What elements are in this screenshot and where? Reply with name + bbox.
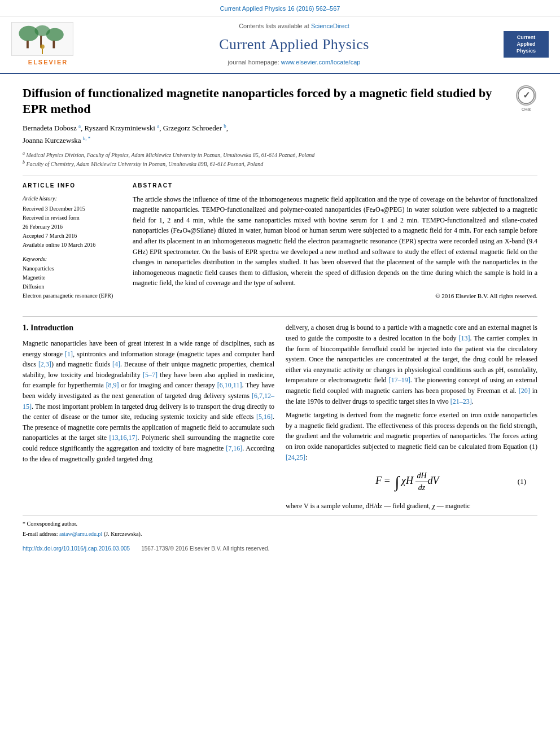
available-date: Available online 10 March 2016 <box>23 241 121 250</box>
ref-2-3[interactable]: [2,3] <box>38 360 51 368</box>
journal-logo-left: ELSEVIER <box>11 22 85 67</box>
intro-paragraph-3: Magnetic targeting is derived from the m… <box>286 410 537 462</box>
abstract-text: The article shows the influence of time … <box>133 194 537 289</box>
ref-8-9[interactable]: [8,9] <box>106 381 119 389</box>
journal-title: Current Applied Physics <box>90 34 498 55</box>
email-label: E-mail address: <box>23 531 58 537</box>
crossmark-icon: ✓ <box>516 85 536 106</box>
elsevier-label: ELSEVIER <box>11 58 85 67</box>
ref-4[interactable]: [4] <box>112 360 120 368</box>
history-title: Article history: <box>23 194 121 203</box>
main-body: 1. Introduction Magnetic nanoparticles h… <box>0 322 560 515</box>
logo-right-line2: Applied <box>507 41 545 48</box>
divider-1 <box>23 176 537 176</box>
ref-6-10-11[interactable]: [6,10,11] <box>217 381 242 389</box>
received-date: Received 3 December 2015 <box>23 204 121 213</box>
citation-link[interactable]: Current Applied Physics 16 (2016) 562–56… <box>220 5 340 12</box>
article-title: Diffusion of functionalized magnetite na… <box>23 85 515 117</box>
logo-right-line1: Current <box>507 34 545 41</box>
doi-link[interactable]: http://dx.doi.org/10.1016/j.cap.2016.03.… <box>23 545 130 553</box>
ref-24-25[interactable]: [24,25] <box>286 453 305 461</box>
crossmark-label: CHat <box>522 107 531 112</box>
journal-center: Contents lists available at ScienceDirec… <box>90 22 498 67</box>
intro-paragraph-1: Magnetic nanoparticles have been of grea… <box>23 338 274 464</box>
authors: Bernadeta Dobosz a, Ryszard Krzyminiewsk… <box>23 122 537 147</box>
bottom-bar: http://dx.doi.org/10.1016/j.cap.2016.03.… <box>0 543 560 555</box>
svg-text:✓: ✓ <box>523 90 530 100</box>
revised-label: Received in revised form <box>23 213 121 222</box>
right-col: ABSTRACT The article shows the influence… <box>133 182 537 301</box>
svg-point-7 <box>40 45 45 49</box>
sciencedirect-link[interactable]: ScienceDirect <box>311 23 349 29</box>
svg-rect-6 <box>53 41 55 49</box>
elsevier-logo-image <box>11 22 73 56</box>
abstract-heading: ABSTRACT <box>133 182 537 190</box>
left-col: ARTICLE INFO Article history: Received 3… <box>23 182 121 301</box>
article-content: Diffusion of functionalized magnetite na… <box>0 74 560 312</box>
section1-title: 1. Introduction <box>23 322 274 334</box>
ref-6-7-12-15[interactable]: [6,7,12–15] <box>23 392 274 410</box>
email-note: E-mail address: asiaw@amu.edu.pl (J. Kur… <box>23 530 537 538</box>
intro-paragraph-2: delivery, a chosen drug is bound to a pa… <box>286 322 537 407</box>
email-link[interactable]: asiaw@amu.edu.pl <box>59 531 102 537</box>
homepage-link[interactable]: www.elsevier.com/locate/cap <box>281 59 361 65</box>
keyword-epr: Electron paramagnetic resonance (EPR) <box>23 291 121 300</box>
affiliation-b: Faculty of Chemistry, Adam Mickiewicz Un… <box>27 161 264 168</box>
corresponding-note: * Corresponding author. <box>23 520 537 528</box>
affiliations: a Medical Physics Division, Faculty of P… <box>23 150 537 169</box>
svg-point-1 <box>19 26 38 41</box>
ref-7-16[interactable]: [7,16] <box>226 444 242 452</box>
accepted-date: Accepted 7 March 2016 <box>23 231 121 241</box>
ref-20[interactable]: [20] <box>519 387 530 395</box>
page: Current Applied Physics 16 (2016) 562–56… <box>0 0 560 747</box>
divider-2 <box>23 316 537 317</box>
intro-right: delivery, a chosen drug is bound to a pa… <box>286 322 537 515</box>
keywords-title: Keywords: <box>23 255 121 263</box>
equation-number: (1) <box>518 477 526 487</box>
ref-17-19[interactable]: [17–19] <box>389 376 410 384</box>
contents-line: Contents lists available at ScienceDirec… <box>90 22 498 30</box>
ref-1[interactable]: [1] <box>65 350 73 358</box>
footnote-area: * Corresponding author. E-mail address: … <box>23 515 537 543</box>
top-bar: Current Applied Physics 16 (2016) 562–56… <box>0 0 560 16</box>
equation-formula: F = ∫χH dH dz dV <box>375 470 439 493</box>
journal-logo-right: Current Applied Physics <box>504 31 549 58</box>
journal-homepage: journal homepage: www.elsevier.com/locat… <box>90 58 498 67</box>
ref-13b[interactable]: [13] <box>458 334 470 342</box>
svg-point-3 <box>46 28 64 41</box>
after-equation-text: where V is a sample volume, dH/dz — fiel… <box>286 501 537 512</box>
keywords-section: Keywords: Nanoparticles Magnetite Diffus… <box>23 255 121 300</box>
contents-text: Contents lists available at <box>239 23 309 29</box>
email-attribution: (J. Kurczewska). <box>104 531 142 537</box>
crossmark[interactable]: ✓ CHat <box>515 85 537 112</box>
logo-right-line3: Physics <box>507 48 545 55</box>
journal-logo-right-box: Current Applied Physics <box>504 31 549 58</box>
copyright: © 2016 Elsevier B.V. All rights reserved… <box>133 292 537 300</box>
info-abstract-cols: ARTICLE INFO Article history: Received 3… <box>23 182 537 301</box>
ref-5-16[interactable]: [5,16] <box>256 413 273 421</box>
intro-section: 1. Introduction Magnetic nanoparticles h… <box>23 322 537 515</box>
article-title-section: Diffusion of functionalized magnetite na… <box>23 85 537 117</box>
issn-text: 1567-1739/© 2016 Elsevier B.V. All right… <box>141 545 269 553</box>
homepage-text: journal homepage: <box>228 59 279 65</box>
keyword-diffusion: Diffusion <box>23 282 121 291</box>
keyword-magnetite: Magnetite <box>23 273 121 282</box>
intro-left: 1. Introduction Magnetic nanoparticles h… <box>23 322 274 515</box>
ref-5-7[interactable]: [5–7] <box>143 371 158 379</box>
ref-21-23[interactable]: [21–23] <box>450 397 472 405</box>
article-info-heading: ARTICLE INFO <box>23 182 121 190</box>
ref-13-16-17[interactable]: [13,16,17] <box>109 434 137 442</box>
svg-rect-4 <box>27 41 29 49</box>
equation-block: F = ∫χH dH dz dV (1) <box>286 470 537 493</box>
affiliation-a: Medical Physics Division, Faculty of Phy… <box>27 152 315 158</box>
journal-header: ELSEVIER Contents lists available at Sci… <box>0 16 560 73</box>
article-history: Article history: Received 3 December 201… <box>23 194 121 250</box>
revised-date: 26 February 2016 <box>23 222 121 231</box>
keyword-nanoparticles: Nanoparticles <box>23 264 121 273</box>
